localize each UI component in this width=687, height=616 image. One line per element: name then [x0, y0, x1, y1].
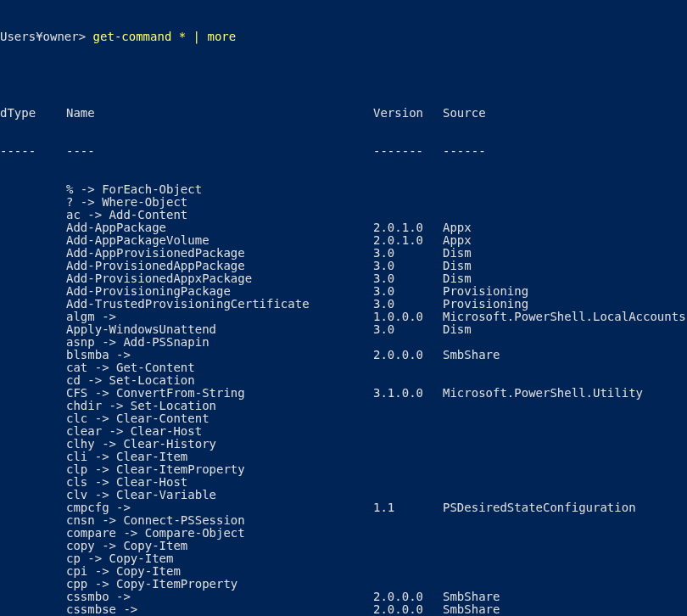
output-row: clhy -> Clear-History: [0, 438, 687, 451]
output-row: cp -> Copy-Item: [0, 552, 687, 565]
prompt-command: get-command *: [93, 30, 187, 43]
cell-name: Add-TrustedProvisioningCertificate: [66, 298, 373, 311]
output-row: cls -> Clear-Host: [0, 476, 687, 489]
output-row: cat -> Get-Content: [0, 361, 687, 374]
cell-name: clp -> Clear-ItemProperty: [66, 463, 373, 476]
header-name-u: ----: [66, 145, 373, 158]
cell-name: cnsn -> Connect-PSSession: [66, 514, 373, 527]
cell-version: 3.0: [373, 260, 443, 272]
prompt-line: Users¥owner> get-command * | more: [0, 31, 687, 43]
cell-name: clv -> Clear-Variable: [66, 489, 373, 501]
cell-name: compare -> Compare-Object: [66, 527, 373, 540]
terminal-output[interactable]: Users¥owner> get-command * | more dTypeN…: [0, 0, 687, 616]
cell-source: Dism: [443, 247, 472, 260]
output-row: cd -> Set-Location: [0, 374, 687, 387]
cell-version: 2.0.0.0: [373, 591, 443, 603]
cell-version: 2.0.1.0: [373, 221, 443, 234]
cell-name: cli -> Clear-Item: [66, 451, 373, 463]
output-row: Add-ProvisionedAppxPackage3.0Dism: [0, 272, 687, 285]
output-row: clc -> Clear-Content: [0, 412, 687, 425]
output-row: cli -> Clear-Item: [0, 451, 687, 463]
output-row: asnp -> Add-PSSnapin: [0, 336, 687, 349]
output-row: cnsn -> Connect-PSSession: [0, 514, 687, 527]
output-row: Add-ProvisioningPackage3.0Provisioning: [0, 285, 687, 298]
output-row: Add-TrustedProvisioningCertificate3.0Pro…: [0, 298, 687, 311]
cell-source: Appx: [443, 234, 472, 247]
header-type-u: -----: [0, 145, 66, 158]
output-row: Add-AppPackageVolume2.0.1.0Appx: [0, 234, 687, 247]
cell-name: cpp -> Copy-ItemProperty: [66, 578, 373, 591]
cell-name: chdir -> Set-Location: [66, 400, 373, 412]
cell-name: cmpcfg ->: [66, 501, 373, 514]
output-row: cmpcfg ->1.1PSDesiredStateConfiguration: [0, 501, 687, 514]
output-row: cpp -> Copy-ItemProperty: [0, 578, 687, 591]
output-row: Add-ProvisionedAppPackage3.0Dism: [0, 260, 687, 272]
cell-version: 3.0: [373, 323, 443, 336]
output-row: algm ->1.0.0.0Microsoft.PowerShell.Local…: [0, 311, 687, 323]
cell-name: cls -> Clear-Host: [66, 476, 373, 489]
cell-version: 2.0.0.0: [373, 349, 443, 361]
cell-version: 3.0: [373, 298, 443, 311]
output-row: Add-AppPackage2.0.1.0Appx: [0, 221, 687, 234]
cell-source: Dism: [443, 272, 472, 285]
cell-source: Provisioning: [443, 285, 528, 298]
cell-name: cssmbo ->: [66, 591, 373, 603]
header-name: Name: [66, 107, 373, 120]
prompt-pipe: |: [193, 30, 200, 43]
cell-version: 3.0: [373, 272, 443, 285]
cell-name: clhy -> Clear-History: [66, 438, 373, 451]
cell-name: algm ->: [66, 311, 373, 323]
cell-version: 3.0: [373, 247, 443, 260]
cell-name: clear -> Clear-Host: [66, 425, 373, 438]
output-row: cpi -> Copy-Item: [0, 565, 687, 578]
cell-source: Provisioning: [443, 298, 528, 311]
cell-source: Dism: [443, 323, 472, 336]
cell-name: cssmbse ->: [66, 603, 373, 616]
cell-name: asnp -> Add-PSSnapin: [66, 336, 373, 349]
cell-source: SmbShare: [443, 591, 500, 603]
cell-name: copy -> Copy-Item: [66, 540, 373, 552]
cell-name: clc -> Clear-Content: [66, 412, 373, 425]
cell-name: cp -> Copy-Item: [66, 552, 373, 565]
cell-name: Add-AppPackage: [66, 221, 373, 234]
cell-name: Add-ProvisioningPackage: [66, 285, 373, 298]
cell-name: cd -> Set-Location: [66, 374, 373, 387]
cell-version: 1.1: [373, 501, 443, 514]
cell-source: PSDesiredStateConfiguration: [443, 501, 636, 514]
output-row: cssmbo ->2.0.0.0SmbShare: [0, 591, 687, 603]
prompt-pager: more: [207, 30, 236, 43]
header-underline-row: ----------------------: [0, 145, 687, 158]
rows-container: % -> ForEach-Object? -> Where-Objectac -…: [0, 183, 687, 616]
cell-name: cat -> Get-Content: [66, 361, 373, 374]
output-row: Add-AppProvisionedPackage3.0Dism: [0, 247, 687, 260]
output-row: cssmbse ->2.0.0.0SmbShare: [0, 603, 687, 616]
blank-line: [0, 69, 687, 81]
output-row: compare -> Compare-Object: [0, 527, 687, 540]
header-version-u: -------: [373, 145, 443, 158]
cell-source: SmbShare: [443, 349, 500, 361]
output-row: clp -> Clear-ItemProperty: [0, 463, 687, 476]
output-row: ? -> Where-Object: [0, 196, 687, 209]
cell-name: Add-ProvisionedAppPackage: [66, 260, 373, 272]
cell-name: ? -> Where-Object: [66, 196, 373, 209]
cell-source: Dism: [443, 260, 472, 272]
output-row: clear -> Clear-Host: [0, 425, 687, 438]
cell-name: Add-AppProvisionedPackage: [66, 247, 373, 260]
header-row: dTypeNameVersionSource: [0, 107, 687, 120]
cell-source: SmbShare: [443, 603, 500, 616]
cell-name: % -> ForEach-Object: [66, 183, 373, 196]
cell-version: 3.1.0.0: [373, 387, 443, 400]
cell-source: Microsoft.PowerShell.Utility: [443, 387, 643, 400]
cell-source: Appx: [443, 221, 472, 234]
output-row: % -> ForEach-Object: [0, 183, 687, 196]
output-row: CFS -> ConvertFrom-String3.1.0.0Microsof…: [0, 387, 687, 400]
output-row: chdir -> Set-Location: [0, 400, 687, 412]
cell-version: 3.0: [373, 285, 443, 298]
header-source-u: ------: [443, 145, 486, 158]
output-row: Apply-WindowsUnattend3.0Dism: [0, 323, 687, 336]
cell-version: 2.0.1.0: [373, 234, 443, 247]
header-version: Version: [373, 107, 443, 120]
cell-version: 2.0.0.0: [373, 603, 443, 616]
cell-name: Apply-WindowsUnattend: [66, 323, 373, 336]
cell-name: Add-AppPackageVolume: [66, 234, 373, 247]
